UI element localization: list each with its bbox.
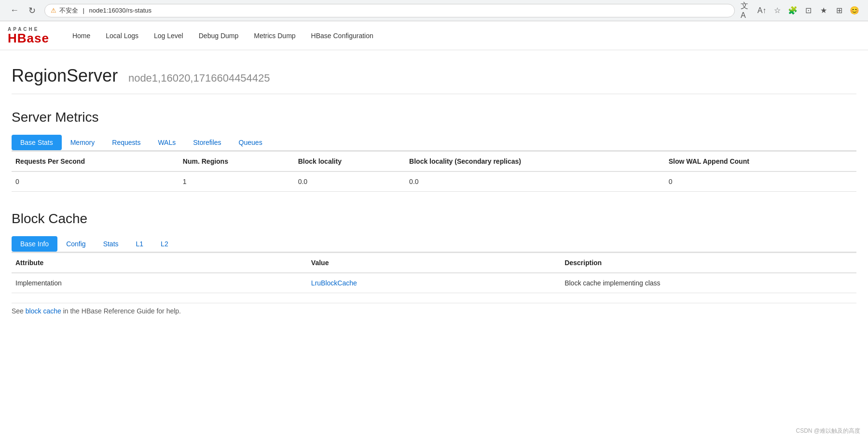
cell-block-locality: 0.0 [294, 171, 405, 191]
cell-slow-wal: 0 [665, 171, 856, 191]
cell-value: LruBlockCache [307, 273, 561, 293]
tab-base-info[interactable]: Base Info [12, 236, 57, 252]
block-cache-section: Block Cache Base Info Config Stats L1 L2… [12, 211, 856, 315]
cell-block-locality-secondary: 0.0 [405, 171, 665, 191]
refresh-button[interactable]: ↻ [25, 4, 39, 17]
cell-description: Block cache implementing class [561, 273, 856, 293]
nav-debug-dump[interactable]: Debug Dump [191, 28, 247, 43]
nav-log-level[interactable]: Log Level [146, 28, 191, 43]
col-value: Value [307, 253, 561, 273]
block-cache-footer-note: See block cache in the HBase Reference G… [12, 303, 856, 315]
tab-stats[interactable]: Stats [95, 236, 127, 252]
collections-icon[interactable]: ⊞ [833, 5, 845, 16]
block-cache-header-row: Attribute Value Description [12, 253, 856, 273]
address-text: node1:16030/rs-status [89, 7, 152, 14]
nav-local-logs[interactable]: Local Logs [98, 28, 146, 43]
profile-icon[interactable]: 😊 [849, 5, 860, 16]
browser-chrome: ← ↻ ⚠ 不安全 | node1:16030/rs-status 文A A↑ … [0, 0, 868, 21]
col-num-regions: Num. Regions [179, 151, 294, 171]
warning-text: 不安全 [59, 6, 78, 15]
footer-note-pre: See [12, 307, 26, 315]
page-title-text: RegionServer [12, 66, 118, 85]
block-cache-table: Attribute Value Description Implementati… [12, 252, 856, 293]
block-cache-help-link[interactable]: block cache [26, 307, 61, 315]
server-metrics-table-section: Requests Per Second Num. Regions Block l… [12, 150, 856, 192]
footer-note-post: in the HBase Reference Guide for help. [63, 307, 181, 315]
server-metrics-title: Server Metrics [12, 110, 856, 125]
lru-block-cache-link[interactable]: LruBlockCache [311, 279, 357, 287]
col-block-locality-secondary: Block locality (Secondary replicas) [405, 151, 665, 171]
top-nav: APACHE HBase Home Local Logs Log Level D… [0, 21, 868, 50]
browser-icons: 文A A↑ ☆ 🧩 ⊡ ★ ⊞ 😊 [741, 5, 860, 16]
col-slow-wal: Slow WAL Append Count [665, 151, 856, 171]
block-cache-tabs: Base Info Config Stats L1 L2 [12, 236, 856, 252]
extension-icon[interactable]: 🧩 [787, 5, 799, 16]
server-metrics-table: Requests Per Second Num. Regions Block l… [12, 151, 856, 191]
nav-home[interactable]: Home [65, 28, 98, 43]
page-subtitle: node1,16020,1716604454425 [128, 72, 270, 84]
table-row: Implementation LruBlockCache Block cache… [12, 273, 856, 293]
block-cache-title: Block Cache [12, 211, 856, 227]
nav-links: Home Local Logs Log Level Debug Dump Met… [65, 28, 381, 43]
tab-l2[interactable]: L2 [152, 236, 177, 252]
cell-attribute: Implementation [12, 273, 307, 293]
logo: APACHE HBase [8, 27, 49, 44]
logo-hbase: HBase [8, 32, 49, 44]
server-metrics-tabs: Base Stats Memory Requests WALs Storefil… [12, 135, 856, 150]
col-block-locality: Block locality [294, 151, 405, 171]
block-cache-table-section: Attribute Value Description Implementati… [12, 252, 856, 293]
address-bar[interactable]: ⚠ 不安全 | node1:16030/rs-status [44, 4, 735, 17]
warning-icon: ⚠ [51, 7, 56, 14]
tab-requests[interactable]: Requests [103, 135, 149, 150]
page-title: RegionServer node1,16020,1716604454425 [12, 66, 856, 86]
nav-hbase-config[interactable]: HBase Configuration [303, 28, 381, 43]
tab-memory[interactable]: Memory [62, 135, 104, 150]
page-title-row: RegionServer node1,16020,1716604454425 [12, 66, 856, 94]
tab-base-stats[interactable]: Base Stats [12, 135, 62, 150]
tab-storefiles[interactable]: Storefiles [184, 135, 230, 150]
cell-num-regions: 1 [179, 171, 294, 191]
nav-buttons: ← ↻ [8, 4, 39, 17]
tab-l1[interactable]: L1 [127, 236, 152, 252]
tab-queues[interactable]: Queues [230, 135, 271, 150]
address-separator: | [81, 7, 86, 14]
font-size-icon[interactable]: A↑ [756, 5, 768, 16]
main-content: RegionServer node1,16020,1716604454425 S… [0, 50, 868, 350]
server-metrics-header-row: Requests Per Second Num. Regions Block l… [12, 151, 856, 171]
favorites-icon[interactable]: ★ [818, 5, 829, 16]
translate-icon[interactable]: 文A [741, 5, 752, 16]
nav-metrics-dump[interactable]: Metrics Dump [246, 28, 303, 43]
cell-requests-per-second: 0 [12, 171, 179, 191]
bookmark-icon[interactable]: ☆ [772, 5, 783, 16]
col-requests-per-second: Requests Per Second [12, 151, 179, 171]
split-icon[interactable]: ⊡ [802, 5, 814, 16]
col-description: Description [561, 253, 856, 273]
table-row: 0 1 0.0 0.0 0 [12, 171, 856, 191]
back-button[interactable]: ← [8, 4, 21, 17]
tab-wals[interactable]: WALs [149, 135, 184, 150]
col-attribute: Attribute [12, 253, 307, 273]
server-metrics-section: Server Metrics Base Stats Memory Request… [12, 110, 856, 192]
tab-config[interactable]: Config [57, 236, 94, 252]
